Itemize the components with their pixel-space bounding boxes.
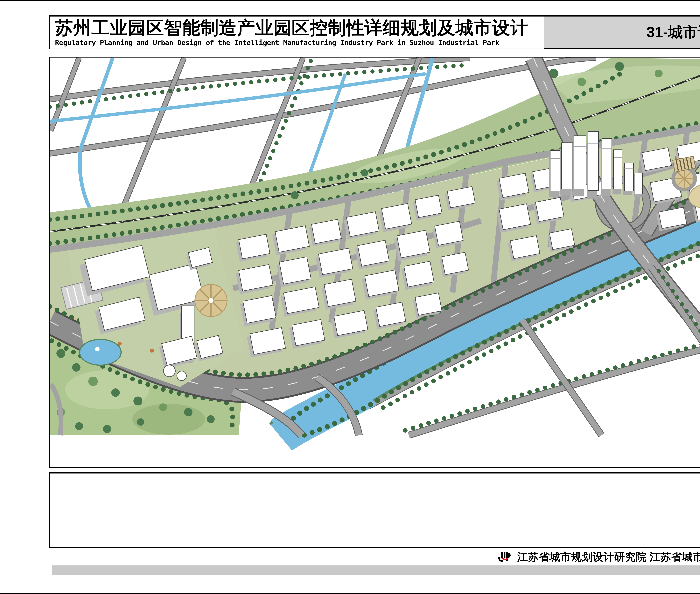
footer-gray-bar: [52, 565, 700, 575]
notes-box: [49, 472, 700, 548]
page-title-en: Regulatory Planning and Urban Design of …: [55, 39, 544, 47]
footer-organizations: 江苏省城市规划设计研究院 江苏省城市交通规划研究中心: [517, 550, 700, 564]
birdseye-render: [50, 58, 700, 467]
pond: [79, 339, 121, 365]
sheet-label-box: 31-城市设计三维鸟瞰图: [544, 15, 700, 49]
jp-institute-monogram-logo-icon: [497, 551, 512, 563]
top-rule: [0, 0, 700, 1]
bottom-rule: [0, 593, 700, 594]
footer: 江苏省城市规划设计研究院 江苏省城市交通规划研究中心: [497, 550, 700, 564]
page-title-cn: 苏州工业园区智能制造产业园区控制性详细规划及城市设计: [55, 18, 544, 37]
main-render-frame: [49, 57, 700, 468]
sheet-label: 31-城市设计三维鸟瞰图: [646, 22, 700, 42]
header-title-box: 苏州工业园区智能制造产业园区控制性详细规划及城市设计 Regulatory Pl…: [49, 15, 544, 49]
